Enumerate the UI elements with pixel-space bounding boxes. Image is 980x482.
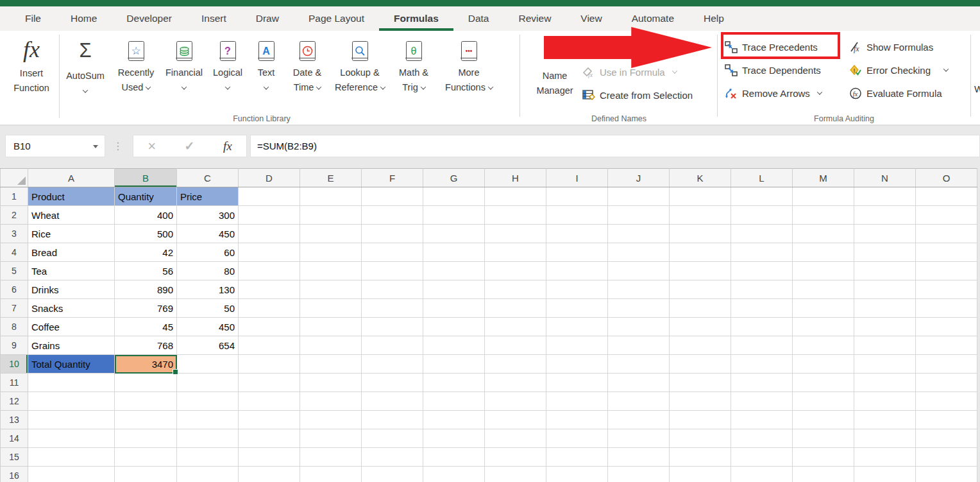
- chevron-down-icon[interactable]: [943, 66, 949, 71]
- cell-C16[interactable]: [177, 467, 239, 482]
- cell-E13[interactable]: [300, 411, 362, 429]
- col-header-E[interactable]: E: [300, 169, 362, 187]
- cell-J8[interactable]: [608, 318, 670, 336]
- cell-K5[interactable]: [670, 262, 731, 280]
- cell-B5[interactable]: 56: [115, 262, 177, 280]
- tab-automate[interactable]: Automate: [617, 6, 689, 31]
- cell-E9[interactable]: [300, 336, 362, 355]
- cell-A9[interactable]: Grains: [28, 336, 115, 355]
- cell-L1[interactable]: [731, 187, 793, 206]
- cell-D11[interactable]: [239, 374, 300, 392]
- cell-E3[interactable]: [300, 225, 362, 243]
- recently-used-button[interactable]: ☆ Recently Used: [111, 31, 161, 95]
- cell-K14[interactable]: [670, 429, 731, 448]
- cell-F5[interactable]: [362, 262, 423, 280]
- cell-F8[interactable]: [362, 318, 423, 336]
- chevron-down-icon[interactable]: [264, 85, 269, 90]
- cell-O3[interactable]: [916, 225, 977, 243]
- row-header-2[interactable]: 2: [1, 206, 28, 225]
- cell-I15[interactable]: [546, 448, 608, 467]
- cell-L8[interactable]: [731, 318, 793, 336]
- cell-L4[interactable]: [731, 243, 793, 262]
- tab-page-layout[interactable]: Page Layout: [294, 6, 379, 31]
- tab-review[interactable]: Review: [504, 6, 566, 31]
- cell-H3[interactable]: [485, 225, 546, 243]
- cell-J5[interactable]: [608, 262, 670, 280]
- cell-N9[interactable]: [854, 336, 916, 355]
- tab-draw[interactable]: Draw: [241, 6, 294, 31]
- cell-L5[interactable]: [731, 262, 793, 280]
- cell-A6[interactable]: Drinks: [28, 280, 115, 299]
- col-header-O[interactable]: O: [916, 169, 977, 187]
- cell-K15[interactable]: [670, 448, 731, 467]
- cell-B9[interactable]: 768: [115, 336, 177, 355]
- cell-H8[interactable]: [485, 318, 546, 336]
- cell-C9[interactable]: 654: [177, 336, 239, 355]
- cell-N2[interactable]: [854, 206, 916, 225]
- tab-help[interactable]: Help: [689, 6, 739, 31]
- tab-view[interactable]: View: [566, 6, 616, 31]
- cell-M11[interactable]: [793, 374, 854, 392]
- col-header-H[interactable]: H: [485, 169, 546, 187]
- cell-B4[interactable]: 42: [115, 243, 177, 262]
- cell-I10[interactable]: [546, 355, 608, 374]
- watch-window-partial-label[interactable]: W: [974, 83, 980, 94]
- cell-O14[interactable]: [916, 429, 977, 448]
- cell-L7[interactable]: [731, 299, 793, 318]
- cell-D9[interactable]: [239, 336, 300, 355]
- row-header-12[interactable]: 12: [1, 392, 28, 411]
- chevron-down-icon[interactable]: [225, 85, 230, 90]
- cell-G11[interactable]: [423, 374, 485, 392]
- cell-F12[interactable]: [362, 392, 423, 411]
- cell-E4[interactable]: [300, 243, 362, 262]
- cell-O8[interactable]: [916, 318, 977, 336]
- cell-J13[interactable]: [608, 411, 670, 429]
- date-time-button[interactable]: Date & Time: [284, 31, 330, 95]
- cell-I5[interactable]: [546, 262, 608, 280]
- cell-H13[interactable]: [485, 411, 546, 429]
- cell-N4[interactable]: [854, 243, 916, 262]
- cell-M5[interactable]: [793, 262, 854, 280]
- cell-O5[interactable]: [916, 262, 977, 280]
- cell-N3[interactable]: [854, 225, 916, 243]
- cell-E16[interactable]: [300, 467, 362, 482]
- cell-D3[interactable]: [239, 225, 300, 243]
- cell-J7[interactable]: [608, 299, 670, 318]
- trace-dependents-button[interactable]: Trace Dependents: [725, 61, 821, 79]
- cell-H2[interactable]: [485, 206, 546, 225]
- cell-K9[interactable]: [670, 336, 731, 355]
- cell-B13[interactable]: [115, 411, 177, 429]
- cell-O10[interactable]: [916, 355, 977, 374]
- row-header-11[interactable]: 11: [1, 374, 28, 392]
- cell-B1[interactable]: Quantity: [115, 187, 177, 206]
- cell-N10[interactable]: [854, 355, 916, 374]
- cell-D7[interactable]: [239, 299, 300, 318]
- cell-H7[interactable]: [485, 299, 546, 318]
- cell-H12[interactable]: [485, 392, 546, 411]
- cell-K2[interactable]: [670, 206, 731, 225]
- cell-K8[interactable]: [670, 318, 731, 336]
- cell-M1[interactable]: [793, 187, 854, 206]
- cell-K11[interactable]: [670, 374, 731, 392]
- cell-O9[interactable]: [916, 336, 977, 355]
- cell-A14[interactable]: [28, 429, 115, 448]
- cell-A12[interactable]: [28, 392, 115, 411]
- cell-O6[interactable]: [916, 280, 977, 299]
- cell-J1[interactable]: [608, 187, 670, 206]
- formula-input[interactable]: =SUM(B2:B9): [250, 135, 980, 157]
- create-from-selection-button[interactable]: Create from Selection: [582, 86, 693, 104]
- cell-J6[interactable]: [608, 280, 670, 299]
- cell-K6[interactable]: [670, 280, 731, 299]
- cell-O1[interactable]: [916, 187, 977, 206]
- cell-C2[interactable]: 300: [177, 206, 239, 225]
- cell-E10[interactable]: [300, 355, 362, 374]
- cell-F14[interactable]: [362, 429, 423, 448]
- cell-M13[interactable]: [793, 411, 854, 429]
- cell-O12[interactable]: [916, 392, 977, 411]
- cell-I14[interactable]: [546, 429, 608, 448]
- chevron-down-icon[interactable]: [182, 85, 187, 90]
- cell-N12[interactable]: [854, 392, 916, 411]
- col-header-N[interactable]: N: [854, 169, 916, 187]
- col-header-C[interactable]: C: [177, 169, 239, 187]
- evaluate-formula-button[interactable]: fx Evaluate Formula: [849, 84, 942, 102]
